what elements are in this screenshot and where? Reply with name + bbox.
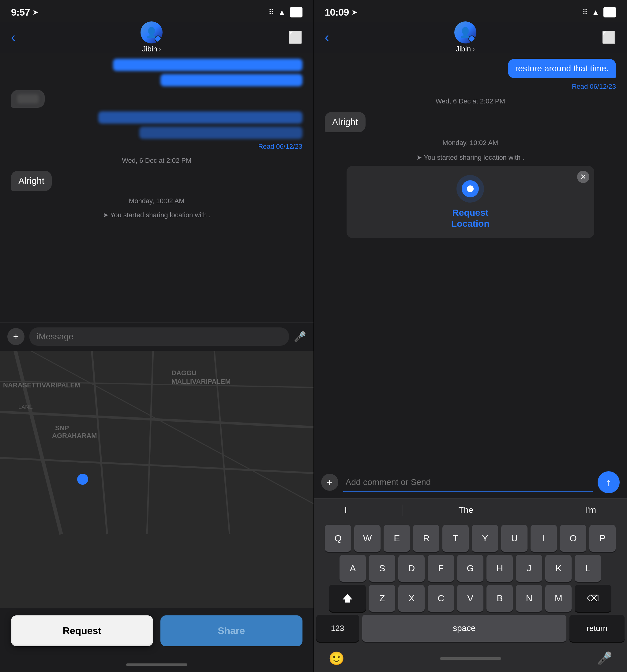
send-arrow-icon: ↑ [606, 477, 611, 488]
blur-line-1 [113, 59, 302, 71]
autocomplete-divider-2 [529, 505, 529, 515]
key-U[interactable]: U [501, 525, 528, 552]
svg-text:SNP: SNP [55, 424, 69, 432]
left-plus-button[interactable]: + [7, 328, 24, 345]
right-nav-center[interactable]: 👤 Jibin › [454, 21, 477, 53]
right-read-text: Read [572, 82, 590, 90]
key-Y[interactable]: Y [472, 525, 498, 552]
left-chat-area: Read 06/12/23 Wed, 6 Dec at 2:02 PM Alri… [0, 53, 314, 322]
right-sent-partial: restore around that time. [508, 59, 616, 78]
svg-marker-17 [343, 594, 352, 603]
svg-text:DAGGU: DAGGU [171, 369, 196, 377]
location-icon-right: ➤ [351, 8, 357, 17]
location-card-close-button[interactable]: ✕ [577, 171, 589, 183]
location-icon-wrap [457, 175, 484, 202]
delete-key[interactable]: ⌫ [575, 585, 611, 612]
key-Q[interactable]: Q [325, 525, 351, 552]
left-timestamp-1: Wed, 6 Dec at 2:02 PM [11, 157, 302, 165]
key-N[interactable]: N [516, 585, 542, 612]
left-input-bar: + 🎤 [0, 322, 314, 351]
left-timestamp-2: Monday, 10:02 AM [11, 197, 302, 205]
right-read-label: Read 06/12/23 [572, 82, 616, 91]
key-F[interactable]: F [428, 555, 454, 582]
key-J[interactable]: J [516, 555, 542, 582]
key-W[interactable]: W [354, 525, 380, 552]
read-date: 06/12/23 [276, 143, 302, 150]
keyboard-row-3: Z X C V B N M ⌫ [316, 585, 625, 612]
right-home-bar [440, 657, 501, 660]
key-G[interactable]: G [457, 555, 483, 582]
emoji-button[interactable]: 🙂 [328, 651, 344, 666]
key-M[interactable]: M [545, 585, 572, 612]
left-home-bar [126, 664, 187, 666]
right-battery: 82 [603, 7, 616, 18]
left-nav-center[interactable]: 👤 Jibin › [141, 21, 163, 53]
right-back-button[interactable]: ‹ [325, 30, 329, 45]
location-request-card: ✕ Request Location [347, 166, 594, 238]
right-message-input[interactable] [343, 473, 593, 492]
location-icon-dot [467, 186, 473, 192]
right-video-button[interactable]: ⬜ [602, 31, 616, 44]
key-R[interactable]: R [413, 525, 439, 552]
key-L[interactable]: L [575, 555, 601, 582]
num-key[interactable]: 123 [316, 615, 359, 642]
right-location-arrow: ➤ [416, 153, 422, 162]
left-bottom-bar: Request Share [0, 608, 314, 657]
left-message-input[interactable] [29, 328, 289, 346]
key-E[interactable]: E [384, 525, 410, 552]
left-home-indicator [0, 657, 314, 672]
left-video-button[interactable]: ⬜ [288, 31, 302, 44]
left-mic-icon[interactable]: 🎤 [294, 331, 306, 342]
right-mic-button[interactable]: 🎤 [597, 651, 612, 666]
left-nav-bar: ‹ 👤 Jibin › ⬜ [0, 22, 314, 53]
received-blurred-1 [11, 90, 45, 108]
right-time: 10:09 [325, 7, 349, 18]
blur-recv-1 [17, 94, 39, 103]
autocomplete-word-1[interactable]: I [338, 504, 353, 516]
signal-icon-left: ⠿ [269, 8, 274, 17]
right-input-bar: + ↑ [314, 466, 627, 498]
key-H[interactable]: H [486, 555, 513, 582]
left-alright-text: Alright [18, 176, 44, 186]
shift-key[interactable] [329, 585, 366, 612]
return-key[interactable]: return [570, 615, 625, 642]
key-O[interactable]: O [560, 525, 586, 552]
key-D[interactable]: D [398, 555, 425, 582]
right-avatar: 👤 [454, 21, 477, 44]
autocomplete-word-2[interactable]: The [452, 504, 480, 516]
keyboard-row-1: Q W E R T Y U I O P [316, 525, 625, 552]
left-location-note: ➤ You started sharing location with . [11, 211, 302, 219]
key-C[interactable]: C [428, 585, 454, 612]
request-button[interactable]: Request [11, 616, 153, 646]
right-sent-text: restore around that time. [515, 64, 609, 73]
key-B[interactable]: B [486, 585, 513, 612]
right-plus-button[interactable]: + [321, 474, 338, 491]
blur-line-3 [98, 112, 302, 124]
share-button[interactable]: Share [160, 616, 302, 646]
key-A[interactable]: A [340, 555, 366, 582]
left-read-label: Read 06/12/23 [258, 143, 302, 150]
key-X[interactable]: X [398, 585, 425, 612]
key-Z[interactable]: Z [369, 585, 395, 612]
left-location-text: You started sharing location with . [110, 211, 211, 219]
right-alright-bubble: Alright [325, 112, 366, 132]
sent-blurred-1 [113, 59, 302, 86]
read-text: Read [258, 143, 276, 150]
keyboard: Q W E R T Y U I O P A S D F G H J K L [314, 522, 627, 645]
key-V[interactable]: V [457, 585, 483, 612]
key-I[interactable]: I [531, 525, 557, 552]
sent-blurred-2 [98, 112, 302, 139]
left-alright-bubble: Alright [11, 171, 52, 191]
key-T[interactable]: T [442, 525, 469, 552]
right-nav-bar: ‹ 👤 Jibin › ⬜ [314, 22, 627, 53]
left-back-button[interactable]: ‹ [11, 30, 15, 45]
right-bottom-bar: 🙂 🎤 [314, 645, 627, 672]
key-P[interactable]: P [589, 525, 616, 552]
send-button[interactable]: ↑ [598, 471, 620, 493]
space-key[interactable]: space [362, 615, 567, 642]
right-location-text: You started sharing location with . [424, 153, 524, 162]
location-arrow-icon: ➤ [103, 211, 108, 219]
autocomplete-word-3[interactable]: I'm [579, 504, 602, 516]
key-K[interactable]: K [545, 555, 572, 582]
key-S[interactable]: S [369, 555, 395, 582]
